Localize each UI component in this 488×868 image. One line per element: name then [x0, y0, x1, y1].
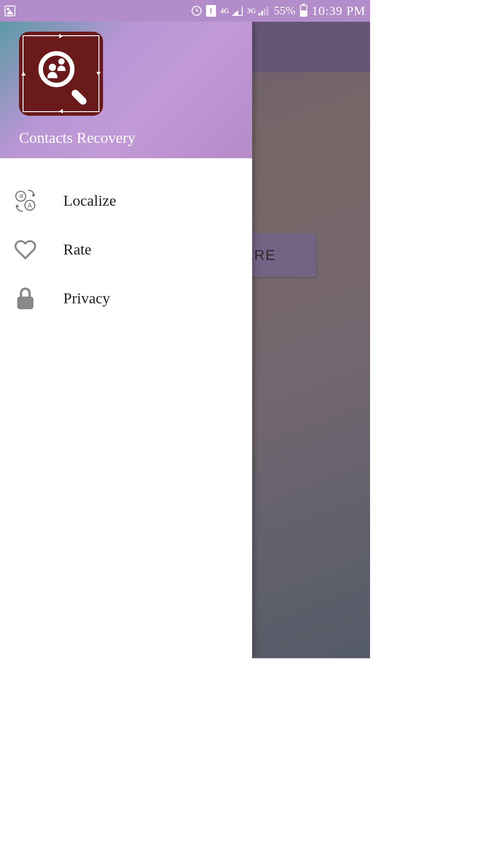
drawer-menu: अ A Localize Rate [0, 158, 252, 323]
navigation-drawer: Contacts Recovery अ A Localize [0, 22, 252, 658]
drawer-app-title: Contacts Recovery [19, 129, 233, 146]
menu-item-rate[interactable]: Rate [0, 225, 252, 274]
menu-item-privacy[interactable]: Privacy [0, 274, 252, 323]
signal-icon-1 [232, 6, 243, 16]
battery-percent: 55% [274, 4, 296, 18]
localize-icon: अ A [14, 189, 37, 212]
signal-icon-2 [258, 6, 269, 15]
status-bar: 1 4G 3G 55% 10:39 PM [0, 0, 370, 22]
drawer-header: Contacts Recovery [0, 22, 252, 158]
sim-icon: 1 [206, 5, 216, 17]
menu-label-localize: Localize [63, 192, 116, 209]
menu-item-localize[interactable]: अ A Localize [0, 176, 252, 225]
lock-icon [14, 287, 37, 310]
network-label-4g: 4G [221, 7, 229, 15]
menu-label-privacy: Privacy [63, 290, 110, 307]
status-left [5, 5, 15, 16]
app-screen: 1 4G 3G 55% 10:39 PM ARE [0, 0, 370, 658]
alarm-icon [192, 6, 202, 16]
magnifier-icon [38, 51, 84, 96]
app-logo [19, 32, 103, 116]
heart-icon [14, 238, 37, 261]
photo-notification-icon [5, 5, 15, 16]
battery-icon [300, 5, 307, 17]
status-right: 1 4G 3G 55% 10:39 PM [192, 4, 366, 18]
network-label-3g: 3G [247, 7, 256, 15]
status-time: 10:39 PM [312, 4, 366, 18]
menu-label-rate: Rate [63, 241, 91, 258]
